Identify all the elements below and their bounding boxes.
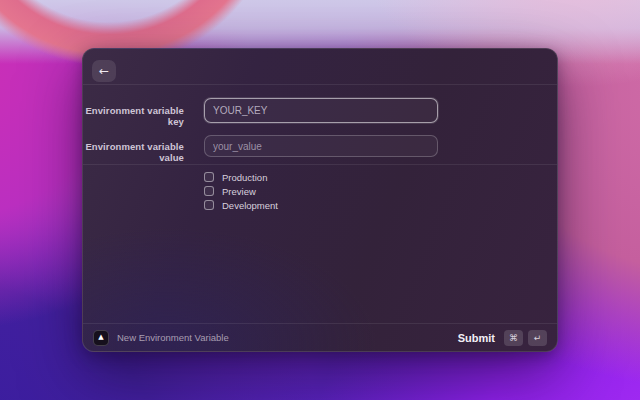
env-key-input[interactable]: [204, 98, 438, 123]
development-checkbox[interactable]: [204, 200, 214, 210]
header-divider: [83, 84, 557, 85]
checkbox-row-development[interactable]: Development: [204, 198, 278, 212]
vercel-triangle-glyph: ▲: [98, 334, 103, 341]
checkbox-row-preview[interactable]: Preview: [204, 184, 256, 198]
checkbox-row-production[interactable]: Production: [204, 170, 267, 184]
env-value-input[interactable]: [204, 135, 438, 157]
submit-button[interactable]: Submit: [458, 332, 495, 344]
env-value-label: Environment variable value: [83, 141, 184, 163]
command-key-icon: ⌘: [504, 330, 523, 346]
preview-checkbox[interactable]: [204, 186, 214, 196]
preview-checkbox-label: Preview: [222, 186, 256, 197]
production-checkbox[interactable]: [204, 172, 214, 182]
env-key-label: Environment variable key: [83, 105, 184, 127]
development-checkbox-label: Development: [222, 200, 278, 211]
production-checkbox-label: Production: [222, 172, 267, 183]
raycast-window: ← Environment variable key Environment v…: [82, 48, 558, 352]
back-arrow-icon: ←: [99, 64, 109, 78]
footer-bar: ▲ New Environment Variable Submit ⌘ ↵: [83, 323, 557, 351]
back-button[interactable]: ←: [92, 60, 116, 82]
return-key-icon: ↵: [528, 330, 547, 346]
vercel-icon: ▲: [93, 330, 109, 346]
form-divider: [83, 164, 557, 165]
command-title: New Environment Variable: [117, 332, 229, 343]
